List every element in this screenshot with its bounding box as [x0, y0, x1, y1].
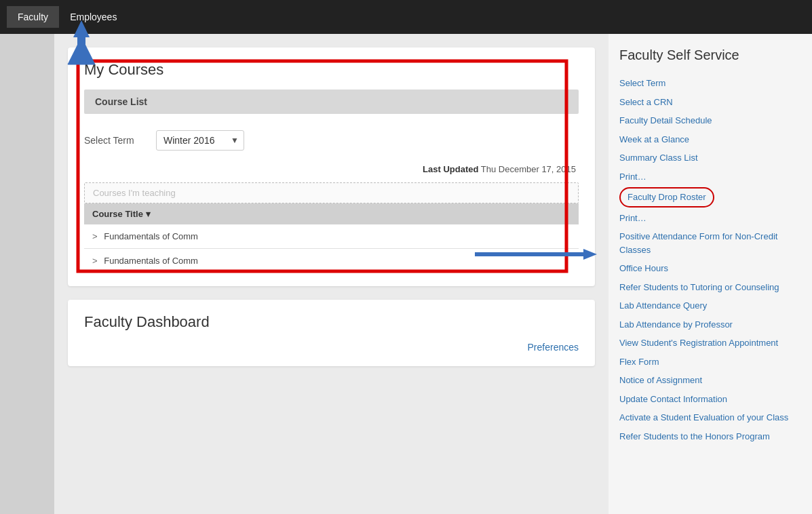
course-title-header[interactable]: Course Title ▾	[84, 203, 579, 224]
sidebar-link-update-contact[interactable]: Update Contact Information	[619, 390, 801, 409]
course-table: Course Title ▾ > Fundamentals of Comm >	[84, 203, 579, 273]
course-row-2[interactable]: > Fundamentals of Comm	[84, 249, 579, 273]
sidebar-link-select-term[interactable]: Select Term	[619, 74, 801, 93]
course-list-header[interactable]: Course List ›	[84, 90, 579, 114]
faculty-dashboard-panel: Faculty Dashboard Preferences	[68, 300, 595, 366]
center-content: My Courses Course List › Select Term Win…	[54, 34, 608, 514]
table-row: > Fundamentals of Comm	[84, 249, 579, 273]
sidebar-link-print-1[interactable]: Print…	[619, 167, 801, 186]
row-toggle-icon: >	[92, 231, 98, 241]
top-navigation: Faculty Employees	[0, 0, 812, 34]
term-select[interactable]: Winter 2016 Fall 2015 Summer 2015 Spring…	[156, 130, 244, 151]
sidebar-link-faculty-detail-schedule[interactable]: Faculty Detail Schedule	[619, 111, 801, 130]
last-updated-label: Last Updated	[423, 164, 478, 174]
chevron-right-icon: ›	[564, 96, 568, 107]
sidebar-link-print-2[interactable]: Print…	[619, 209, 801, 228]
main-layout: on My Courses Course List › Select Term …	[0, 34, 812, 514]
my-courses-panel: My Courses Course List › Select Term Win…	[68, 47, 595, 286]
right-sidebar: Faculty Self Service Select Term Select …	[608, 34, 812, 514]
sidebar-link-registration-appointment[interactable]: View Student's Registration Appointment	[619, 334, 801, 353]
sidebar-links-container: Select Term Select a CRN Faculty Detail …	[619, 74, 801, 446]
courses-teaching-input[interactable]: Courses I'm teaching	[84, 182, 579, 203]
course-list-label: Course List	[95, 96, 147, 107]
sidebar-link-positive-attendance[interactable]: Positive Attendance Form for Non-Credit …	[619, 227, 801, 259]
sidebar-link-office-hours[interactable]: Office Hours	[619, 259, 801, 278]
my-courses-title: My Courses	[84, 61, 579, 79]
last-updated-value: Thu December 17, 2015	[481, 164, 576, 174]
course-title-2: Fundamentals of Comm	[104, 256, 198, 266]
course-title-1: Fundamentals of Comm	[104, 231, 198, 241]
sidebar-link-flex-form[interactable]: Flex Form	[619, 353, 801, 372]
nav-faculty[interactable]: Faculty	[7, 6, 59, 28]
left-sidebar: on	[0, 34, 54, 514]
select-term-row: Select Term Winter 2016 Fall 2015 Summer…	[84, 125, 579, 156]
faculty-dashboard-title: Faculty Dashboard	[84, 313, 579, 331]
sidebar-link-select-crn[interactable]: Select a CRN	[619, 93, 801, 112]
sidebar-link-student-evaluation[interactable]: Activate a Student Evaluation of your Cl…	[619, 408, 801, 427]
nav-employees[interactable]: Employees	[59, 6, 128, 28]
course-row-1[interactable]: > Fundamentals of Comm	[84, 224, 579, 249]
sidebar-link-week-at-a-glance[interactable]: Week at a Glance	[619, 130, 801, 149]
sidebar-link-lab-attendance-professor[interactable]: Lab Attendance by Professor	[619, 315, 801, 334]
row-toggle-icon-2: >	[92, 256, 98, 266]
sidebar-link-lab-attendance-query[interactable]: Lab Attendance Query	[619, 296, 801, 315]
preferences-link[interactable]: Preferences	[528, 342, 579, 353]
faculty-self-service-title: Faculty Self Service	[619, 47, 801, 63]
sidebar-link-summary-class-list[interactable]: Summary Class List	[619, 149, 801, 167]
select-term-label: Select Term	[84, 135, 145, 146]
sidebar-link-faculty-drop-roster[interactable]: Faculty Drop Roster	[619, 187, 714, 207]
table-row: > Fundamentals of Comm	[84, 224, 579, 249]
sidebar-link-honors-program[interactable]: Refer Students to the Honors Program	[619, 427, 801, 446]
sidebar-link-notice-assignment[interactable]: Notice of Assignment	[619, 371, 801, 390]
sidebar-link-refer-tutoring[interactable]: Refer Students to Tutoring or Counseling	[619, 278, 801, 297]
last-updated-row: Last Updated Thu December 17, 2015	[84, 164, 579, 174]
term-select-wrapper: Winter 2016 Fall 2015 Summer 2015 Spring…	[156, 130, 244, 151]
